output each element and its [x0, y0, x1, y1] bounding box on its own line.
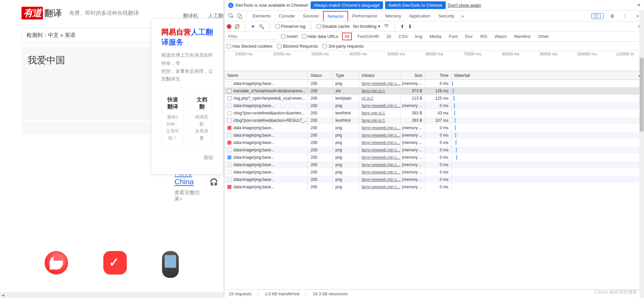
col-status[interactable]: Status	[308, 71, 333, 80]
initiator-link[interactable]: fanyi-newweb.min.c...	[362, 185, 400, 189]
filter-chip-img[interactable]: Img	[413, 33, 424, 40]
initiator-link[interactable]: fanyi-newweb.min.c...	[362, 177, 400, 182]
network-request-row[interactable]: data:image/png;base...200pngfanyi-newweb…	[225, 154, 644, 161]
col-name[interactable]: Name	[225, 71, 308, 80]
network-request-row[interactable]: data:image/png;base...200pngfanyi-newweb…	[225, 102, 644, 109]
more-tabs-icon[interactable]: »	[459, 13, 466, 19]
filter-chip-css[interactable]: CSS	[397, 33, 410, 40]
filter-chip-font[interactable]: Font	[447, 33, 459, 40]
initiator-link[interactable]: fanyi-newweb.min.c...	[362, 162, 400, 167]
switch-chinese-button[interactable]: Switch DevTools to Chinese	[385, 1, 446, 9]
banner-close-icon[interactable]: ×	[637, 2, 641, 9]
popup-card-fast[interactable]: 快速翻译 最快1分钟， 立等可取！	[161, 90, 184, 148]
filter-chip-other[interactable]: Other	[536, 33, 551, 40]
filter-chip-ws[interactable]: WS	[478, 33, 489, 40]
col-type[interactable]: Type	[333, 71, 359, 80]
initiator-link[interactable]: fanyi-newweb.min.c...	[362, 148, 400, 152]
blocked-requests-checkbox[interactable]: Blocked Requests	[277, 44, 318, 49]
watermark: CSDN @斌哥的博客	[594, 289, 637, 295]
initiator-link[interactable]: v1.js:2	[362, 96, 373, 101]
initiator-link[interactable]: fanyi.min.js:1	[362, 111, 385, 115]
headset-icon[interactable]: 🎧	[209, 177, 218, 187]
network-request-row[interactable]: rlog.php?_npid=fanyiweb&_ncat=even...200…	[225, 95, 644, 102]
product-device-icon[interactable]	[162, 251, 179, 278]
vertical-scrollbar[interactable]	[639, 11, 644, 298]
invert-checkbox[interactable]: Invert	[281, 34, 298, 39]
network-request-row[interactable]: data:image/png;base...200pngfanyi-newweb…	[225, 124, 644, 132]
device-toggle-icon[interactable]	[236, 13, 243, 19]
tab-security[interactable]: Security	[434, 11, 458, 21]
hide-data-urls-checkbox[interactable]: Hide data URLs	[302, 34, 338, 39]
network-request-row[interactable]: data:image/png;base...200pngfanyi-newweb…	[225, 161, 644, 168]
col-waterfall[interactable]: Waterfall▲	[451, 71, 644, 80]
network-request-row[interactable]: data:image/png;base...200pngfanyi-newweb…	[225, 146, 644, 154]
search-icon[interactable]: 🔍	[259, 24, 264, 29]
inspect-element-icon[interactable]	[228, 13, 234, 19]
throttling-select[interactable]: No throttling ▾	[353, 24, 380, 29]
settings-icon[interactable]: ⚙	[609, 13, 615, 19]
horizontal-scrollbar[interactable]: ◀	[0, 292, 223, 298]
filter-input[interactable]	[227, 33, 277, 40]
logo[interactable]: 有道 翻译	[21, 7, 62, 19]
record-icon[interactable]	[227, 24, 231, 29]
network-request-row[interactable]: data:image/png;base...200pngfanyi-newweb…	[225, 176, 644, 183]
language-select[interactable]: 检测到：中文 » 英语 ⌄	[21, 28, 163, 43]
filter-chip-manifest[interactable]: Manifest	[513, 33, 532, 40]
filter-chip-doc[interactable]: Doc	[463, 33, 474, 40]
product-check-icon[interactable]	[103, 251, 127, 275]
scroll-left-icon[interactable]: ◀	[0, 293, 6, 297]
disable-cache-checkbox[interactable]: Disable cache	[317, 24, 350, 29]
filter-chip-media[interactable]: Media	[428, 33, 443, 40]
network-request-row[interactable]: data:image/png;base...200pngfanyi-newweb…	[225, 183, 644, 191]
request-type: png	[333, 168, 359, 176]
blocked-cookies-checkbox[interactable]: Has blocked cookies	[227, 44, 272, 49]
issues-badge[interactable]: ! 1	[591, 13, 604, 19]
scrollbar-thumb[interactable]	[640, 58, 644, 132]
full-result-link[interactable]: 查看完整结果>	[174, 190, 202, 202]
tab-memory[interactable]: Memory	[381, 11, 405, 21]
tab-performance[interactable]: Performance	[348, 11, 381, 21]
tab-network[interactable]: Network	[323, 11, 348, 21]
network-request-row[interactable]: data:image/png;base...200pngfanyi-newweb…	[225, 168, 644, 176]
upload-icon[interactable]: ⬆	[400, 23, 405, 30]
col-size[interactable]: Size	[400, 71, 425, 80]
download-icon[interactable]: ⬇	[408, 23, 412, 30]
tab-elements[interactable]: Elements	[249, 11, 275, 21]
preserve-log-checkbox[interactable]: Preserve log	[275, 24, 306, 29]
product-chat-icon[interactable]	[45, 251, 68, 275]
initiator-link[interactable]: fanyi-newweb.min.c...	[362, 140, 400, 145]
col-time[interactable]: Time	[425, 71, 451, 80]
initiator-link[interactable]: fanyi.min.js:1	[362, 118, 385, 123]
network-request-row[interactable]: ctlog?pos=undefined&action=&senten...200…	[225, 109, 644, 117]
filter-chip-wasm[interactable]: Wasm	[493, 33, 508, 40]
initiator-link[interactable]: fanyi-newweb.min.c...	[362, 81, 400, 86]
popup-card-doc[interactable]: 文档翻 精准匹配 多重质量	[191, 90, 213, 148]
initiator-link[interactable]: fanyi-newweb.min.c...	[362, 103, 400, 108]
initiator-link[interactable]: fanyi.min.js:1	[362, 89, 385, 93]
tab-console[interactable]: Console	[275, 11, 299, 21]
filter-chip-fetchxhr[interactable]: Fetch/XHR	[356, 33, 381, 40]
initiator-link[interactable]: fanyi-newweb.min.c...	[362, 155, 400, 160]
col-initiator[interactable]: Initiator	[359, 71, 400, 80]
dont-show-again-link[interactable]: Don't show again	[448, 3, 481, 8]
more-menu-icon[interactable]: ⋮	[622, 13, 628, 19]
third-party-checkbox[interactable]: 3rd-party requests	[323, 44, 364, 49]
timeline-overview[interactable]: 10000 ms20000 ms30000 ms40000 ms50000 ms…	[225, 51, 644, 71]
wifi-icon[interactable]	[384, 23, 389, 29]
network-request-row[interactable]: data:image/png;base...200pngfanyi-newweb…	[225, 132, 644, 139]
initiator-link[interactable]: fanyi-newweb.min.c...	[362, 170, 400, 175]
network-request-row[interactable]: data:image/png;base...200pngfanyi-newweb…	[225, 139, 644, 146]
network-request-row[interactable]: translate_o?smartresult=dict&smartres...…	[225, 87, 644, 95]
network-request-row[interactable]: ctlog?pos=undefined&action=RESULT_...200…	[225, 117, 644, 124]
network-request-row[interactable]: data:image/png;base...200pngfanyi-newweb…	[225, 80, 644, 87]
always-match-button[interactable]: Always match Chrome's language	[311, 1, 383, 9]
filter-chip-all[interactable]: All	[342, 33, 352, 40]
initiator-link[interactable]: fanyi-newweb.min.c...	[362, 133, 400, 138]
tab-sources[interactable]: Sources	[299, 11, 323, 21]
popup-close-link[interactable]: 我知	[161, 155, 213, 161]
initiator-link[interactable]: fanyi-newweb.min.c...	[362, 126, 400, 130]
filter-chip-js[interactable]: JS	[384, 33, 393, 40]
tab-application[interactable]: Application	[405, 11, 435, 21]
filter-toggle-icon[interactable]: ▼	[251, 24, 255, 29]
clear-icon[interactable]	[235, 24, 239, 29]
